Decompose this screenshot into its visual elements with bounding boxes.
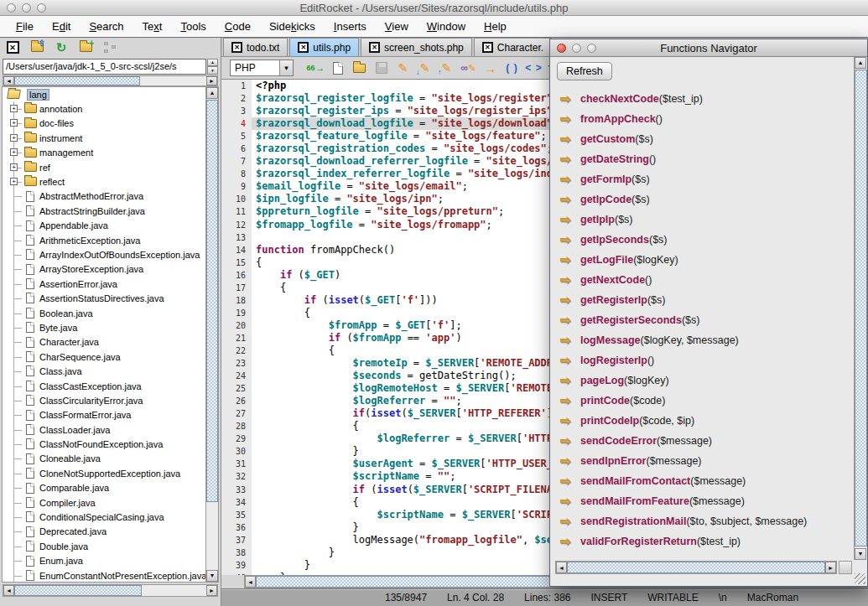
tree-item-ArrayStoreException.java[interactable]: ArrayStoreException.java	[3, 262, 205, 277]
function-item[interactable]: ⇨fromAppCheck()	[550, 109, 852, 129]
menu-help[interactable]: Help	[475, 18, 516, 35]
new-document-icon[interactable]	[328, 60, 347, 76]
menu-text[interactable]: Text	[133, 18, 172, 35]
tree-item-doc-files[interactable]: +doc-files	[3, 117, 205, 131]
tree-item-AssertionError.java[interactable]: AssertionError.java	[3, 277, 205, 291]
function-item[interactable]: ⇨sendCodeError ($message)	[550, 431, 852, 451]
function-item[interactable]: ⇨sendMailFromContact ($message)	[550, 471, 852, 491]
scrollbar-thumb[interactable]	[14, 585, 142, 596]
function-item[interactable]: ⇨printCode ($code)	[550, 391, 852, 411]
close-tab-icon[interactable]: ✕	[231, 42, 242, 53]
functions-vertical-scrollbar[interactable]: ▲ ▼	[854, 57, 867, 560]
function-item[interactable]: ⇨getRegisterIp($s)	[550, 290, 852, 310]
tree-item-ClassNotFoundException.java[interactable]: ClassNotFoundException.java	[3, 437, 205, 451]
parent-folder-icon[interactable]: ⇧	[29, 40, 45, 55]
scroll-left-icon[interactable]: ◄	[3, 76, 14, 85]
function-item[interactable]: ⇨sendRegistrationMail ($to, $subject, $m…	[550, 511, 852, 531]
function-item[interactable]: ⇨sendMailFromFeature ($message)	[550, 491, 852, 511]
match-paren-icon[interactable]: ( )	[502, 60, 522, 76]
tree-item-annotation[interactable]: +annotation	[3, 101, 205, 116]
tree-item-EnumConstantNotPresentException.java[interactable]: EnumConstantNotPresentException.java	[3, 568, 205, 582]
scroll-up-icon[interactable]: ▲	[855, 57, 866, 69]
expand-icon[interactable]: +	[10, 148, 18, 156]
scroll-down-icon[interactable]: ▼	[855, 548, 866, 560]
find-previous-icon[interactable]: ✎↑	[437, 60, 456, 76]
find-next-icon[interactable]: ✎↓	[415, 60, 434, 76]
tree-item-ClassCastException.java[interactable]: ClassCastException.java	[3, 379, 205, 393]
tree-item-Character.java[interactable]: Character.java	[3, 335, 205, 350]
scroll-left-icon[interactable]: ◄	[245, 576, 256, 588]
tab-utils-php[interactable]: ✕utils.php	[289, 38, 359, 56]
tree-item-Cloneable.java[interactable]: Cloneable.java	[3, 452, 205, 466]
expand-icon[interactable]: +	[10, 134, 18, 142]
scroll-up-icon[interactable]: ▲	[206, 87, 218, 99]
resize-grip-icon[interactable]	[855, 573, 865, 584]
expand-icon[interactable]: +	[10, 163, 18, 171]
tree-item-reflect[interactable]: +reflect	[3, 174, 205, 189]
scrollbar-thumb[interactable]	[855, 70, 867, 546]
tree-item-Compiler.java[interactable]: Compiler.java	[3, 495, 205, 510]
tree-item-CloneNotSupportedException.java[interactable]: CloneNotSupportedException.java	[3, 466, 205, 480]
close-browser-icon[interactable]: ✕	[4, 40, 21, 55]
tree-horizontal-scrollbar[interactable]: ◄ ►	[3, 584, 218, 597]
tab-todo-txt[interactable]: ✕todo.txt	[223, 38, 288, 56]
menu-view[interactable]: View	[376, 18, 418, 35]
expand-icon[interactable]: +	[10, 178, 18, 185]
tree-vertical-scrollbar[interactable]: ▲ ▼	[205, 87, 218, 582]
menu-inserts[interactable]: Inserts	[325, 18, 376, 35]
menu-sidekicks[interactable]: Sidekicks	[260, 18, 325, 35]
spinner-up-icon[interactable]: ▲	[207, 59, 218, 67]
functions-horizontal-scrollbar[interactable]: ◄ ►	[555, 561, 837, 574]
tree-item-CharSequence.java[interactable]: CharSequence.java	[3, 350, 205, 364]
menu-window[interactable]: Window	[418, 18, 475, 35]
tree-item-ConditionalSpecialCasing.java[interactable]: ConditionalSpecialCasing.java	[3, 510, 205, 524]
spinner-down-icon[interactable]: ▼	[207, 66, 218, 75]
function-item[interactable]: ⇨logRegisterIp()	[550, 350, 852, 370]
scroll-left-icon[interactable]: ◄	[556, 562, 567, 573]
tree-item-management[interactable]: +management	[3, 146, 205, 160]
functions-navigator-titlebar[interactable]: Functions Navigator	[550, 39, 867, 57]
scroll-down-icon[interactable]: ▼	[206, 570, 218, 582]
tree-item-Appendable.java[interactable]: Appendable.java	[3, 219, 205, 233]
tree-item-AbstractStringBuilder.java[interactable]: AbstractStringBuilder.java	[3, 204, 205, 218]
menu-file[interactable]: File	[7, 18, 43, 35]
function-item[interactable]: ⇨getIpCode($s)	[550, 189, 852, 210]
expand-icon[interactable]: +	[10, 119, 18, 127]
goto-function-icon[interactable]: →	[481, 60, 500, 76]
function-item[interactable]: ⇨getCustom($s)	[550, 129, 852, 149]
function-item[interactable]: ⇨getNextCode()	[550, 270, 852, 290]
tab-character-[interactable]: ✕Character.	[474, 38, 552, 56]
refresh-button[interactable]: Refresh	[557, 62, 612, 80]
function-item[interactable]: ⇨getIpSeconds($s)	[550, 230, 852, 250]
match-tag-icon[interactable]: < >	[524, 60, 543, 76]
close-tab-icon[interactable]: ✕	[369, 42, 380, 53]
function-item[interactable]: ⇨validForRegisterReturn ($test_ip)	[550, 531, 852, 552]
function-item[interactable]: ⇨getRegisterSeconds($s)	[550, 310, 852, 330]
find-replace-icon[interactable]: ∞✎	[459, 60, 478, 76]
refresh-icon[interactable]: ↻	[53, 40, 70, 55]
tree-item-ref[interactable]: +ref	[3, 160, 205, 174]
goto-line-icon[interactable]: 66→	[306, 60, 325, 76]
close-tab-icon[interactable]: ✕	[482, 42, 493, 53]
scroll-right-icon[interactable]: ►	[206, 585, 217, 596]
tree-item-Boolean.java[interactable]: Boolean.java	[3, 306, 205, 320]
tree-item-Deprecated.java[interactable]: Deprecated.java	[3, 525, 205, 539]
scrollbar-thumb[interactable]	[206, 100, 218, 502]
tree-item-ClassCircularityError.java[interactable]: ClassCircularityError.java	[3, 393, 205, 407]
scrollbar-thumb[interactable]	[567, 562, 825, 573]
tree-item-instrument[interactable]: +instrument	[3, 131, 205, 145]
tree-item-ArrayIndexOutOfBoundsException.java[interactable]: ArrayIndexOutOfBoundsException.java	[3, 247, 205, 262]
function-item[interactable]: ⇨pageLog ($logKey)	[550, 370, 852, 391]
find-icon[interactable]: ✎	[393, 60, 413, 76]
tree-item-ArithmeticException.java[interactable]: ArithmeticException.java	[3, 233, 205, 247]
menu-tools[interactable]: Tools	[171, 18, 215, 35]
function-item[interactable]: ⇨getFormIp($s)	[550, 169, 852, 189]
function-item[interactable]: ⇨printCodeIp ($code, $ip)	[550, 411, 852, 431]
tree-item-Class.java[interactable]: Class.java	[3, 364, 205, 378]
tree-item-Enum.java[interactable]: Enum.java	[3, 554, 205, 568]
path-scrollbar[interactable]: ◄ ►	[3, 75, 218, 86]
tree-item-Byte.java[interactable]: Byte.java	[3, 320, 205, 334]
function-item[interactable]: ⇨getIpIp($s)	[550, 210, 852, 230]
language-selector[interactable]: PHP ▼	[230, 60, 294, 76]
function-item[interactable]: ⇨sendIpnError ($message)	[550, 451, 852, 471]
